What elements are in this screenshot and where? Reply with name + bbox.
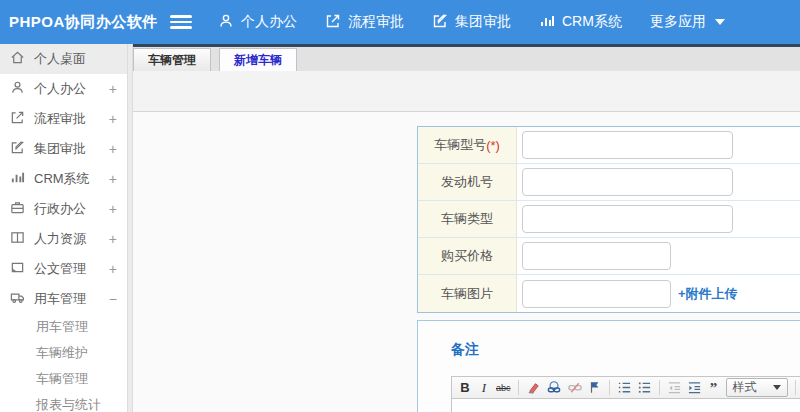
unordered-list-icon[interactable] <box>637 379 652 397</box>
process-icon <box>10 110 34 128</box>
blockquote-button[interactable]: ” <box>707 379 721 397</box>
bar-chart-icon <box>10 170 34 188</box>
field-label: 车辆型号(*) <box>418 127 517 163</box>
unlink-icon[interactable] <box>567 379 583 397</box>
user-icon <box>10 80 34 98</box>
form-row-vehicle-type: 车辆类型 <box>418 201 800 238</box>
app-logo: PHPOA协同办公软件 <box>0 13 170 32</box>
user-icon <box>218 13 234 32</box>
sidebar-subitem-reports-statistics[interactable]: 报表与统计 <box>0 392 127 412</box>
expand-plus-icon[interactable]: + <box>109 201 117 217</box>
bar-chart-icon <box>539 13 555 32</box>
outdent-icon[interactable] <box>667 379 682 397</box>
top-header: PHPOA协同办公软件 个人办公 流程审批 集团审批 CRM系统 更多应用 <box>0 0 800 44</box>
toolbar-separator <box>518 380 519 395</box>
toolbar-separator <box>609 380 610 395</box>
flag-anchor-icon[interactable] <box>588 379 602 397</box>
tab-bar: 车辆管理 新增车辆 <box>133 47 800 71</box>
remarks-title: 备注 <box>451 341 800 359</box>
nav-more-apps[interactable]: 更多应用 <box>650 13 725 31</box>
toolbar-separator <box>659 380 660 395</box>
remove-format-icon[interactable] <box>526 379 541 397</box>
edit-square-icon <box>10 140 34 158</box>
new-vehicle-form: 车辆型号(*) 发动机号 车辆类型 购买价格 车辆图片 +附件上传 <box>417 126 800 313</box>
sidebar-item-crm-system[interactable]: CRM系统 + <box>0 164 127 194</box>
process-icon <box>325 13 341 32</box>
field-label: 车辆类型 <box>418 201 517 237</box>
bold-button[interactable]: B <box>458 379 472 397</box>
vehicle-model-input[interactable] <box>522 131 733 159</box>
sidebar-item-process-approval[interactable]: 流程审批 + <box>0 104 127 134</box>
sidebar: 个人桌面 个人办公 + 流程审批 + 集团审批 + CRM系统 + 行政办公 +… <box>0 44 127 412</box>
sidebar-item-document-management[interactable]: 公文管理 + <box>0 254 127 284</box>
nav-personal-office[interactable]: 个人办公 <box>218 13 297 32</box>
nav-label: 集团审批 <box>455 13 511 31</box>
form-row-vehicle-image: 车辆图片 +附件上传 <box>418 275 800 312</box>
form-row-purchase-price: 购买价格 <box>418 238 800 275</box>
vehicle-image-input[interactable] <box>522 280 671 308</box>
collapse-minus-icon[interactable]: − <box>109 291 117 307</box>
form-row-engine-number: 发动机号 <box>418 164 800 201</box>
nav-label: 更多应用 <box>650 13 706 31</box>
sidebar-item-human-resources[interactable]: 人力资源 + <box>0 224 127 254</box>
ordered-list-icon[interactable] <box>617 379 632 397</box>
style-dropdown[interactable]: 样式 <box>726 378 788 397</box>
indent-icon[interactable] <box>687 379 702 397</box>
expand-plus-icon[interactable]: + <box>109 171 117 187</box>
nav-process-approval[interactable]: 流程审批 <box>325 13 404 32</box>
nav-label: 个人办公 <box>241 13 297 31</box>
nav-crm-system[interactable]: CRM系统 <box>539 13 622 32</box>
sidebar-item-group-approval[interactable]: 集团审批 + <box>0 134 127 164</box>
editor-toolbar: B I abc ” 样式 <box>451 376 800 399</box>
strikethrough-button[interactable]: abc <box>496 379 511 397</box>
sidebar-item-vehicle-management[interactable]: 用车管理 − <box>0 284 127 314</box>
field-label: 购买价格 <box>418 238 517 274</box>
field-label: 车辆图片 <box>418 275 517 312</box>
italic-button[interactable]: I <box>477 379 491 397</box>
main-area: 车辆管理 新增车辆 车辆型号(*) 发动机号 车辆类型 购买价格 车辆图片 +附 <box>133 44 800 412</box>
expand-plus-icon[interactable]: + <box>109 111 117 127</box>
field-label: 发动机号 <box>418 164 517 200</box>
sidebar-item-admin-office[interactable]: 行政办公 + <box>0 194 127 224</box>
toolbar-separator <box>795 380 796 395</box>
sidebar-subitem-vehicle-manage[interactable]: 车辆管理 <box>0 366 127 392</box>
sidebar-subitem-vehicle-maintenance[interactable]: 车辆维护 <box>0 340 127 366</box>
document-icon <box>10 260 34 278</box>
expand-plus-icon[interactable]: + <box>109 231 117 247</box>
nav-group-approval[interactable]: 集团审批 <box>432 13 511 32</box>
form-row-vehicle-model: 车辆型号(*) <box>418 127 800 164</box>
vehicle-type-input[interactable] <box>522 205 733 233</box>
edit-square-icon <box>432 13 448 32</box>
link-icon[interactable] <box>546 379 562 397</box>
briefcase-icon <box>10 200 34 218</box>
caret-down-icon <box>715 19 725 25</box>
nav-label: 流程审批 <box>348 13 404 31</box>
purchase-price-input[interactable] <box>522 242 671 270</box>
tab-vehicle-management[interactable]: 车辆管理 <box>133 48 211 71</box>
sidebar-item-personal-office[interactable]: 个人办公 + <box>0 74 127 104</box>
hamburger-menu-icon[interactable] <box>170 15 192 29</box>
engine-number-input[interactable] <box>522 168 733 196</box>
required-marker: (*) <box>486 138 500 153</box>
nav-label: CRM系统 <box>562 13 622 31</box>
sidebar-subitem-vehicle-use[interactable]: 用车管理 <box>0 314 127 340</box>
home-icon <box>10 50 34 68</box>
expand-plus-icon[interactable]: + <box>109 81 117 97</box>
sidebar-item-personal-desktop[interactable]: 个人桌面 <box>0 44 127 74</box>
rich-text-editor: B I abc ” 样式 <box>451 376 800 412</box>
book-icon <box>10 230 34 248</box>
attachment-upload-link[interactable]: +附件上传 <box>678 285 738 303</box>
tab-new-vehicle[interactable]: 新增车辆 <box>219 48 297 71</box>
remarks-panel: 备注 B I abc ” 样式 <box>417 320 800 412</box>
caret-down-icon <box>773 385 781 390</box>
truck-icon <box>10 290 34 308</box>
expand-plus-icon[interactable]: + <box>109 261 117 277</box>
top-nav: 个人办公 流程审批 集团审批 CRM系统 更多应用 <box>218 13 725 32</box>
editor-content-area[interactable] <box>451 399 800 412</box>
expand-plus-icon[interactable]: + <box>109 141 117 157</box>
toolbar-band <box>133 71 800 112</box>
